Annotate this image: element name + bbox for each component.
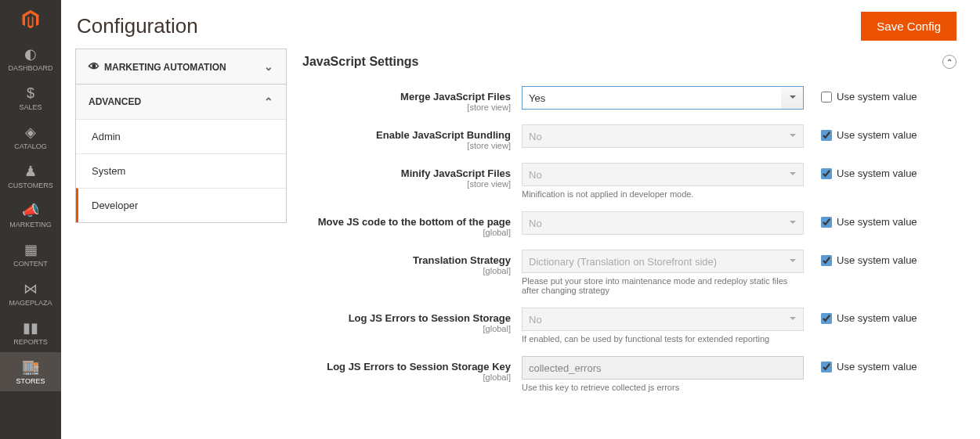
- trans_strat-use-system-checkbox[interactable]: [821, 255, 832, 266]
- chevron-up-icon: ⌃: [264, 95, 273, 108]
- nav-subitem-system[interactable]: System: [76, 153, 286, 188]
- field-row-merge_js: Merge JavaScript Files [store view] Yes …: [302, 80, 956, 118]
- nav-subitem-developer[interactable]: Developer: [76, 188, 286, 222]
- nav-stores[interactable]: 🏬STORES: [0, 352, 61, 391]
- minify_js-scope: [store view]: [302, 179, 511, 189]
- bundle_js-select: No: [522, 124, 804, 148]
- admin-sidebar: ◐DASHBOARD $SALES ◈CATALOG ♟CUSTOMERS 📣M…: [0, 0, 61, 422]
- merge_js-scope: [store view]: [302, 103, 511, 112]
- nav-sales[interactable]: $SALES: [0, 78, 61, 117]
- megaphone-icon: 📣: [22, 202, 39, 219]
- trans_strat-note: Please put your store into maintenance m…: [522, 273, 804, 295]
- minify_js-use-system-checkbox[interactable]: [821, 168, 832, 179]
- field-row-bundle_js: Enable JavaScript Bundling [store view] …: [302, 118, 956, 157]
- merge_js-use-system[interactable]: Use system value: [804, 86, 917, 103]
- nav-catalog[interactable]: ◈CATALOG: [0, 117, 61, 157]
- bar-chart-icon: ▮▮: [23, 319, 38, 336]
- log_err-use-system[interactable]: Use system value: [804, 308, 917, 324]
- store-icon: 🏬: [22, 358, 39, 376]
- bundle_js-label: Enable JavaScript Bundling: [302, 129, 511, 141]
- log_err-scope: [global]: [302, 324, 511, 333]
- nav-content[interactable]: ▦CONTENT: [0, 235, 61, 274]
- minify_js-select: No: [522, 163, 804, 186]
- trans_strat-use-system[interactable]: Use system value: [804, 250, 917, 266]
- trans_strat-label: Translation Strategy: [302, 254, 511, 266]
- person-icon: ♟: [24, 163, 37, 180]
- nav-marketing[interactable]: 📣MARKETING: [0, 196, 61, 235]
- merge_js-label: Merge JavaScript Files: [302, 91, 511, 103]
- merge_js-select[interactable]: Yes: [522, 86, 804, 110]
- layout-icon: ▦: [24, 241, 38, 258]
- move_js-label: Move JS code to the bottom of the page: [302, 216, 511, 228]
- move_js-use-system[interactable]: Use system value: [804, 211, 917, 228]
- mageplaza-icon: ⋈: [24, 280, 38, 297]
- page-title: Configuration: [77, 14, 198, 38]
- nav-section-header[interactable]: ADVANCED ⌃: [76, 85, 286, 119]
- log_key-label: Log JS Errors to Session Storage Key: [302, 361, 511, 372]
- move_js-select: No: [522, 211, 804, 235]
- move_js-use-system-checkbox[interactable]: [821, 217, 832, 228]
- field-row-log_key: Log JS Errors to Session Storage Key [gl…: [302, 350, 956, 398]
- field-row-trans_strat: Translation Strategy [global] Dictionary…: [302, 243, 956, 301]
- magento-logo[interactable]: [0, 0, 61, 39]
- nav-subitem-admin[interactable]: Admin: [76, 119, 286, 153]
- page-header: Configuration Save Config: [61, 0, 980, 49]
- config-nav: 👁MARKETING AUTOMATION ⌄ ADVANCED ⌃ Admin…: [75, 49, 287, 398]
- save-config-button[interactable]: Save Config: [861, 12, 956, 41]
- chevron-down-icon: ⌄: [264, 60, 273, 73]
- log_key-use-system-checkbox[interactable]: [821, 362, 832, 372]
- bundle_js-use-system[interactable]: Use system value: [804, 124, 917, 141]
- bundle_js-scope: [store view]: [302, 141, 511, 150]
- minify_js-note: Minification is not applied in developer…: [522, 186, 804, 199]
- log_err-label: Log JS Errors to Session Storage: [302, 312, 511, 324]
- nav-dashboard[interactable]: ◐DASHBOARD: [0, 39, 61, 78]
- move_js-scope: [global]: [302, 228, 511, 237]
- log_key-note: Use this key to retrieve collected js er…: [522, 380, 804, 392]
- log_err-use-system-checkbox[interactable]: [821, 313, 832, 324]
- minify_js-label: Minify JavaScript Files: [302, 167, 511, 179]
- section-title-row: JavaScript Settings ⌃: [302, 49, 956, 80]
- merge_js-use-system-checkbox[interactable]: [821, 92, 832, 103]
- field-row-minify_js: Minify JavaScript Files [store view] No …: [302, 157, 956, 205]
- nav-section-marketing-automation: 👁MARKETING AUTOMATION ⌄: [75, 49, 287, 85]
- bundle_js-use-system-checkbox[interactable]: [821, 130, 832, 141]
- log_key-use-system[interactable]: Use system value: [804, 356, 917, 372]
- collapse-icon[interactable]: ⌃: [942, 55, 956, 69]
- trans_strat-scope: [global]: [302, 266, 511, 275]
- nav-reports[interactable]: ▮▮REPORTS: [0, 313, 61, 352]
- cube-icon: ◈: [25, 124, 36, 141]
- dollar-icon: $: [27, 85, 34, 102]
- log_key-input: [522, 356, 804, 380]
- nav-section-advanced: ADVANCED ⌃ Admin System Developer: [75, 84, 287, 223]
- trans_strat-select: Dictionary (Translation on Storefront si…: [522, 250, 804, 273]
- log_err-select: No: [522, 308, 804, 331]
- section-title: JavaScript Settings: [302, 55, 419, 69]
- nav-section-header[interactable]: 👁MARKETING AUTOMATION ⌄: [76, 49, 286, 84]
- gauge-icon: ◐: [24, 45, 37, 63]
- field-row-move_js: Move JS code to the bottom of the page […: [302, 205, 956, 243]
- nav-customers[interactable]: ♟CUSTOMERS: [0, 157, 61, 196]
- log_err-note: If enabled, can be used by functional te…: [522, 331, 804, 344]
- field-row-log_err: Log JS Errors to Session Storage [global…: [302, 301, 956, 350]
- eye-icon: 👁: [89, 60, 99, 73]
- minify_js-use-system[interactable]: Use system value: [804, 163, 917, 179]
- log_key-scope: [global]: [302, 372, 511, 382]
- config-form: JavaScript Settings ⌃ Merge JavaScript F…: [302, 49, 956, 398]
- magento-logo-icon: [20, 9, 42, 31]
- nav-mageplaza[interactable]: ⋈MAGEPLAZA: [0, 274, 61, 313]
